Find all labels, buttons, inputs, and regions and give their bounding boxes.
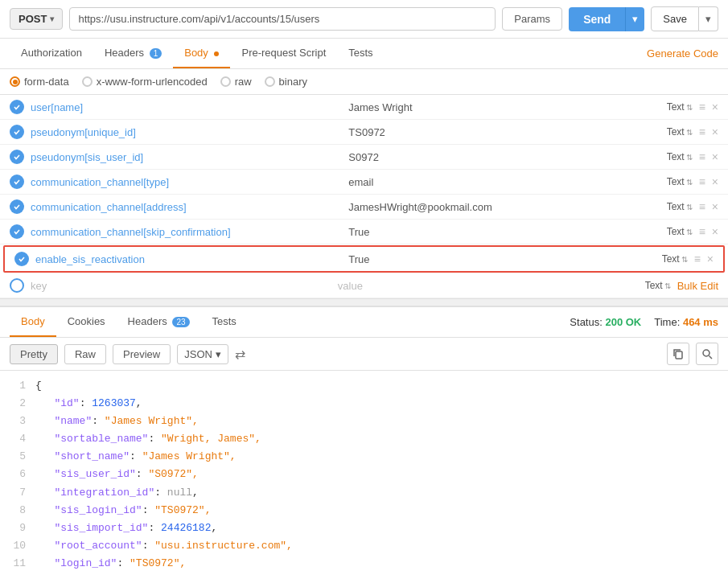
row-menu-icon[interactable]: ≡ — [699, 150, 705, 163]
row-delete-icon[interactable]: × — [712, 101, 718, 113]
form-row: pseudonym[unique_id] TS0972 Text ⇅ ≡ × — [0, 120, 728, 145]
row-key[interactable]: pseudonym[sis_user_id] — [31, 151, 342, 163]
wrap-icon[interactable]: ⇄ — [235, 347, 245, 362]
row-value[interactable]: True — [348, 253, 655, 265]
line-content: "name": "James Wright", — [35, 413, 199, 430]
empty-row-value[interactable]: value — [338, 280, 639, 292]
empty-form-row: key value Text ⇅ Bulk Edit — [0, 273, 728, 298]
bulk-edit-link[interactable]: Bulk Edit — [677, 280, 718, 292]
row-type-select[interactable]: Text ⇅ — [667, 126, 693, 138]
form-row: communication_channel[type] email Text ⇅… — [0, 170, 728, 195]
json-line: 1{ — [0, 377, 728, 395]
line-content: "sortable_name": "Wright, James", — [35, 430, 261, 448]
tab-authorization[interactable]: Authorization — [10, 39, 93, 68]
response-tab-headers[interactable]: Headers 23 — [117, 307, 201, 337]
url-encoded-option[interactable]: x-www-form-urlencoded — [82, 76, 208, 88]
row-check-icon[interactable] — [10, 224, 24, 239]
row-delete-icon[interactable]: × — [712, 125, 718, 138]
row-check-icon[interactable] — [14, 252, 29, 266]
empty-row-actions: Bulk Edit — [677, 280, 718, 292]
headers-badge: 1 — [150, 48, 162, 59]
row-menu-icon[interactable]: ≡ — [699, 101, 705, 113]
row-key[interactable]: enable_sis_reactivation — [35, 253, 342, 265]
row-delete-icon[interactable]: × — [712, 200, 718, 213]
method-select[interactable]: POST ▾ — [10, 8, 63, 30]
search-icon[interactable] — [696, 343, 718, 365]
raw-option[interactable]: raw — [220, 76, 252, 88]
send-button[interactable]: Send — [569, 7, 625, 31]
row-value[interactable]: True — [348, 226, 660, 238]
row-value[interactable]: email — [348, 176, 660, 188]
response-status: Status: 200 OK Time: 464 ms — [570, 310, 718, 335]
row-key[interactable]: pseudonym[unique_id] — [31, 126, 342, 138]
params-button[interactable]: Params — [502, 7, 562, 31]
row-type-select[interactable]: Text ⇅ — [667, 101, 693, 113]
tab-pre-request[interactable]: Pre-request Script — [230, 39, 337, 68]
row-check-icon[interactable] — [10, 100, 24, 114]
response-tab-tests[interactable]: Tests — [201, 307, 248, 337]
row-type-select[interactable]: Text ⇅ — [662, 253, 688, 265]
row-menu-icon[interactable]: ≡ — [699, 200, 705, 213]
sort-icon: ⇅ — [686, 153, 693, 162]
row-check-icon[interactable] — [10, 125, 24, 139]
row-type-select[interactable]: Text ⇅ — [667, 151, 693, 162]
generate-code-link[interactable]: Generate Code — [647, 39, 718, 68]
view-pretty-button[interactable]: Pretty — [10, 344, 58, 364]
row-delete-icon[interactable]: × — [712, 175, 718, 188]
binary-option[interactable]: binary — [265, 76, 307, 88]
row-value[interactable]: James Wright — [348, 101, 660, 113]
row-check-icon[interactable] — [10, 175, 24, 189]
type-label: Text — [662, 253, 680, 265]
row-key[interactable]: communication_channel[type] — [31, 176, 342, 188]
response-tab-body[interactable]: Body — [10, 307, 56, 337]
row-check-icon[interactable] — [10, 199, 24, 214]
url-encoded-radio[interactable] — [82, 76, 93, 87]
empty-row-type[interactable]: Text ⇅ — [645, 280, 671, 291]
line-number: 2 — [6, 395, 35, 413]
row-key[interactable]: communication_channel[skip_confirmation] — [31, 226, 342, 238]
row-key[interactable]: user[name] — [31, 101, 342, 113]
response-tab-nav-left: Body Cookies Headers 23 Tests — [10, 307, 248, 337]
row-delete-icon[interactable]: × — [712, 150, 718, 163]
row-menu-icon[interactable]: ≡ — [694, 253, 701, 265]
tab-tests[interactable]: Tests — [337, 39, 384, 68]
view-preview-button[interactable]: Preview — [113, 344, 171, 364]
row-key[interactable]: communication_channel[address] — [31, 201, 342, 213]
binary-radio[interactable] — [265, 76, 275, 87]
row-type-select[interactable]: Text ⇅ — [667, 226, 693, 237]
row-value[interactable]: JamesHWright@pookmail.com — [348, 201, 660, 213]
save-dropdown-button[interactable]: ▾ — [699, 6, 718, 31]
row-menu-icon[interactable]: ≡ — [699, 125, 705, 138]
empty-row-key[interactable]: key — [31, 280, 331, 292]
copy-icon[interactable] — [667, 343, 689, 365]
form-data-radio[interactable] — [10, 76, 20, 87]
line-content: "root_account": "usu.instructure.com", — [35, 537, 293, 555]
save-button[interactable]: Save — [651, 6, 699, 31]
view-raw-button[interactable]: Raw — [64, 344, 106, 364]
form-data-option[interactable]: form-data — [10, 76, 69, 88]
line-number: 4 — [6, 430, 35, 448]
row-menu-icon[interactable]: ≡ — [699, 175, 705, 188]
empty-row-check[interactable] — [10, 278, 24, 293]
form-row: communication_channel[address] JamesHWri… — [0, 195, 728, 220]
format-select[interactable]: JSON ▾ — [177, 344, 228, 364]
type-label: Text — [667, 176, 685, 187]
raw-radio[interactable] — [220, 76, 231, 87]
send-chevron-icon: ▾ — [632, 13, 638, 25]
row-check-icon[interactable] — [10, 150, 24, 164]
send-dropdown-button[interactable]: ▾ — [625, 7, 644, 31]
row-delete-icon[interactable]: × — [712, 225, 718, 238]
tab-body[interactable]: Body — [173, 39, 230, 68]
row-value[interactable]: S0972 — [348, 151, 660, 163]
response-tab-cookies[interactable]: Cookies — [56, 307, 117, 337]
url-input[interactable] — [69, 7, 496, 31]
json-line: 3 "name": "James Wright", — [0, 413, 728, 430]
row-type-select[interactable]: Text ⇅ — [667, 201, 693, 212]
row-delete-icon[interactable]: × — [707, 253, 714, 265]
row-menu-icon[interactable]: ≡ — [699, 225, 705, 238]
row-value[interactable]: TS0972 — [348, 126, 660, 138]
tab-headers[interactable]: Headers 1 — [93, 39, 173, 68]
form-row: enable_sis_reactivation True Text ⇅ ≡ × — [3, 245, 725, 273]
row-type-select[interactable]: Text ⇅ — [667, 176, 693, 187]
type-label: Text — [667, 126, 685, 138]
